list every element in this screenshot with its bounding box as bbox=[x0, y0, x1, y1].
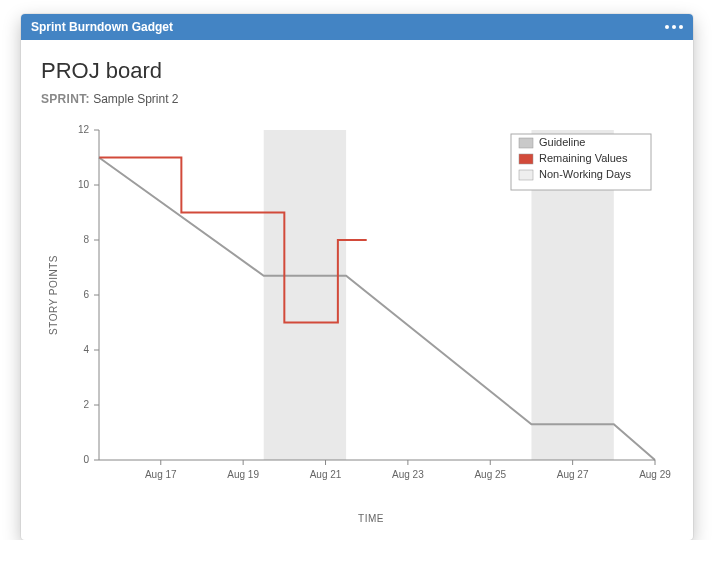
svg-rect-33 bbox=[519, 154, 533, 164]
sprint-label: SPRINT: bbox=[41, 92, 90, 106]
chart-legend: GuidelineRemaining ValuesNon-Working Day… bbox=[511, 134, 651, 190]
gadget-titlebar: Sprint Burndown Gadget bbox=[21, 14, 693, 40]
y-axis: 024681012 bbox=[78, 124, 99, 465]
gadget-title: Sprint Burndown Gadget bbox=[31, 20, 173, 34]
svg-text:Aug 27: Aug 27 bbox=[557, 469, 589, 480]
x-axis: Aug 17Aug 19Aug 21Aug 23Aug 25Aug 27Aug … bbox=[99, 460, 671, 480]
x-axis-label: TIME bbox=[358, 513, 384, 524]
svg-rect-35 bbox=[519, 170, 533, 180]
gadget-card: Sprint Burndown Gadget PROJ board SPRINT… bbox=[21, 14, 693, 540]
sprint-line: SPRINT: Sample Sprint 2 bbox=[41, 92, 673, 106]
svg-text:Aug 17: Aug 17 bbox=[145, 469, 177, 480]
svg-text:Non-Working Days: Non-Working Days bbox=[539, 168, 632, 180]
svg-rect-31 bbox=[519, 138, 533, 148]
gadget-menu-button[interactable] bbox=[665, 25, 683, 29]
y-axis-label: STORY POINTS bbox=[48, 255, 59, 335]
svg-text:12: 12 bbox=[78, 124, 90, 135]
svg-text:8: 8 bbox=[83, 234, 89, 245]
gadget-content: PROJ board SPRINT: Sample Sprint 2 02468… bbox=[21, 40, 693, 540]
svg-text:Guideline: Guideline bbox=[539, 136, 585, 148]
svg-text:Aug 19: Aug 19 bbox=[227, 469, 259, 480]
svg-text:Aug 23: Aug 23 bbox=[392, 469, 424, 480]
sprint-name: Sample Sprint 2 bbox=[93, 92, 178, 106]
svg-text:Remaining Values: Remaining Values bbox=[539, 152, 628, 164]
svg-text:10: 10 bbox=[78, 179, 90, 190]
svg-text:4: 4 bbox=[83, 344, 89, 355]
board-title: PROJ board bbox=[41, 58, 673, 84]
svg-text:Aug 25: Aug 25 bbox=[474, 469, 506, 480]
svg-text:6: 6 bbox=[83, 289, 89, 300]
svg-text:2: 2 bbox=[83, 399, 89, 410]
svg-text:0: 0 bbox=[83, 454, 89, 465]
svg-text:Aug 21: Aug 21 bbox=[310, 469, 342, 480]
burndown-chart: 024681012 Aug 17Aug 19Aug 21Aug 23Aug 25… bbox=[41, 110, 673, 530]
non-working-band bbox=[264, 130, 346, 460]
svg-text:Aug 29: Aug 29 bbox=[639, 469, 671, 480]
